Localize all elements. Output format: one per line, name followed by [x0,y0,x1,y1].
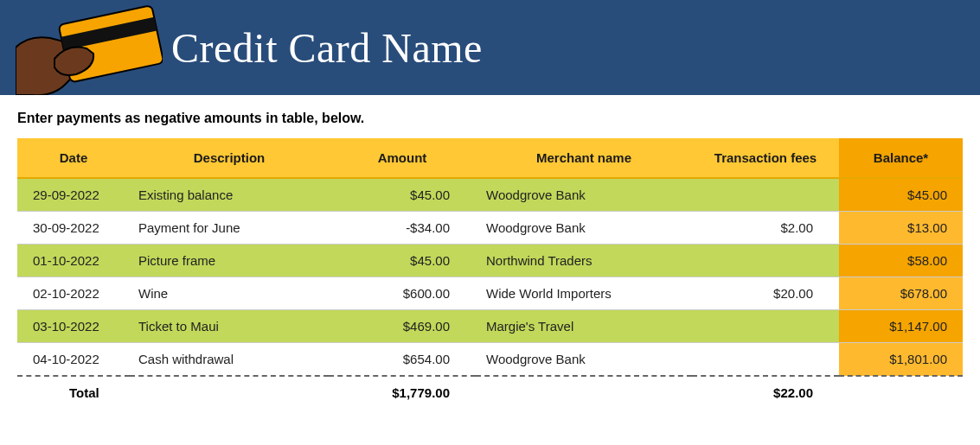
col-date: Date [17,138,130,178]
table-header-row: Date Description Amount Merchant name Tr… [17,138,963,178]
cell-desc: Cash withdrawal [130,343,329,377]
cell-amount: $600.00 [329,277,476,310]
cell-amount: $469.00 [329,310,476,343]
cell-desc: Payment for June [130,212,329,245]
transactions-table: Date Description Amount Merchant name Tr… [17,138,963,409]
cell-date: 04-10-2022 [17,343,130,377]
cell-merchant: Woodgrove Bank [476,343,692,377]
total-blank [476,376,692,409]
cell-balance: $678.00 [839,277,963,310]
cell-amount: -$34.00 [329,212,476,245]
total-label: Total [17,376,329,409]
cell-fee [692,245,839,277]
cell-date: 29-09-2022 [17,178,130,212]
cell-amount: $45.00 [329,245,476,277]
total-fees: $22.00 [692,376,839,409]
total-amount: $1,779.00 [329,376,476,409]
cell-merchant: Woodgrove Bank [476,212,692,245]
cell-date: 01-10-2022 [17,245,130,277]
cell-merchant: Margie's Travel [476,310,692,343]
transactions-table-wrap: Date Description Amount Merchant name Tr… [0,138,980,409]
cell-desc: Wine [130,277,329,310]
cell-balance: $58.00 [839,245,963,277]
table-row: 30-09-2022 Payment for June -$34.00 Wood… [17,212,963,245]
cell-desc: Existing balance [130,178,329,212]
cell-merchant: Woodgrove Bank [476,178,692,212]
cell-date: 02-10-2022 [17,277,130,310]
totals-row: Total $1,779.00 $22.00 [17,376,963,409]
cell-fee [692,343,839,377]
col-merchant: Merchant name [476,138,692,178]
page-header: Credit Card Name [0,0,980,95]
cell-fee: $2.00 [692,212,839,245]
table-row: 29-09-2022 Existing balance $45.00 Woodg… [17,178,963,212]
cell-balance: $13.00 [839,212,963,245]
table-row: 03-10-2022 Ticket to Maui $469.00 Margie… [17,310,963,343]
cell-date: 30-09-2022 [17,212,130,245]
instruction-text: Enter payments as negative amounts in ta… [0,95,980,138]
cell-balance: $45.00 [839,178,963,212]
table-row: 01-10-2022 Picture frame $45.00 Northwin… [17,245,963,277]
cell-desc: Picture frame [130,245,329,277]
cell-balance: $1,147.00 [839,310,963,343]
cell-amount: $45.00 [329,178,476,212]
col-fees: Transaction fees [692,138,839,178]
credit-card-icon [16,0,163,95]
table-row: 04-10-2022 Cash withdrawal $654.00 Woodg… [17,343,963,377]
cell-date: 03-10-2022 [17,310,130,343]
cell-amount: $654.00 [329,343,476,377]
table-row: 02-10-2022 Wine $600.00 Wide World Impor… [17,277,963,310]
cell-fee [692,178,839,212]
total-blank [839,376,963,409]
cell-balance: $1,801.00 [839,343,963,377]
cell-merchant: Northwind Traders [476,245,692,277]
col-balance: Balance* [839,138,963,178]
cell-desc: Ticket to Maui [130,310,329,343]
cell-fee: $20.00 [692,277,839,310]
col-amount: Amount [329,138,476,178]
cell-fee [692,310,839,343]
cell-merchant: Wide World Importers [476,277,692,310]
page-title: Credit Card Name [171,24,483,72]
col-description: Description [130,138,329,178]
